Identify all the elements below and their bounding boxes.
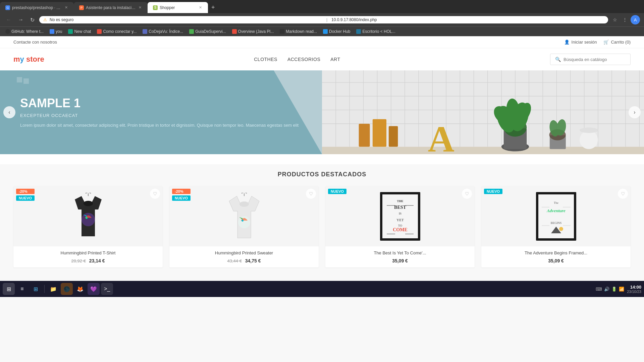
top-bar-actions: 👤 Iniciar sesión 🛒 Carrito (0) [564, 40, 631, 45]
reload-button[interactable]: ↻ [28, 15, 37, 24]
bookmark-codejavu-label: CoDejaVu: Índice... [149, 29, 183, 34]
tab2-close[interactable]: ✕ [138, 5, 142, 10]
product-name-1: Hummingbird Printed T-Shirt [19, 250, 157, 255]
bookmark-overview[interactable]: Overview (Java Pl... [229, 28, 277, 35]
slide-decoration-icon [17, 77, 30, 92]
nav-clothes[interactable]: CLOTHES [254, 57, 277, 62]
back-button[interactable]: ← [4, 15, 13, 24]
badge-discount-2: -20% [172, 189, 191, 194]
bookmark-github-label: GitHub: Where t... [11, 29, 44, 34]
search-bar[interactable]: 🔍 [550, 54, 631, 65]
nav-accesorios[interactable]: ACCESORIOS [287, 57, 320, 62]
tab3-favicon: S [153, 5, 158, 10]
search-input[interactable] [564, 57, 626, 62]
forward-button[interactable]: → [16, 15, 25, 24]
bookmark-you-label: you [56, 29, 62, 34]
cart-icon: 🛒 [603, 40, 609, 45]
product-card-4: NUEVO ♡ The Adventure BEGINS [481, 186, 631, 267]
site-logo[interactable]: my store [13, 55, 44, 64]
security-text: No es seguro [50, 17, 322, 22]
product-image-2: -20% NUEVO ♡ [169, 186, 319, 246]
svg-rect-33 [373, 119, 386, 147]
url-separator: | [326, 17, 327, 22]
tab3-close[interactable]: ✕ [198, 5, 203, 10]
taskbar: ⊞ ≡ ⊞ 📁 🌑 🦊 💜 >_ ⌨ 🔊 🔋 📶 14:00 23/10/23 [0, 281, 644, 297]
taskbar-separator-1 [44, 285, 45, 293]
bookmark-como[interactable]: Como conectar y... [94, 28, 139, 35]
slider-next-button[interactable]: › [629, 106, 641, 118]
svg-rect-34 [389, 126, 398, 147]
wishlist-btn-4[interactable]: ♡ [618, 189, 628, 199]
svg-point-51 [84, 201, 93, 206]
top-bar: Contacte con nosotros 👤 Iniciar sesión 🛒… [0, 36, 644, 48]
product-badges-2: -20% NUEVO [172, 189, 191, 201]
price-single-3: 35,09 € [392, 258, 408, 263]
taskbar-php-icon[interactable]: 💜 [88, 283, 100, 295]
wishlist-btn-3[interactable]: ♡ [462, 189, 472, 199]
bookmark-escritorio[interactable]: Escritorio < HOL... [354, 28, 398, 35]
product-card-2: -20% NUEVO ♡ [169, 186, 319, 267]
browser-tab-1[interactable]: G prestashop/prestashop · D... ✕ [0, 2, 74, 13]
security-icon: ⚠ [43, 17, 47, 22]
cart-label: Carrito (0) [611, 40, 631, 45]
taskbar-time-display: 14:00 [627, 285, 641, 290]
bookmark-overview-label: Overview (Java Pl... [238, 29, 274, 34]
login-button[interactable]: 👤 Iniciar sesión [564, 40, 597, 45]
bookmark-github[interactable]: GitHub: Where t... [3, 28, 46, 35]
taskbar-terminal-icon[interactable]: >_ [101, 283, 113, 295]
taskbar-search-icon[interactable]: ≡ [16, 283, 28, 295]
svg-point-53 [86, 217, 88, 219]
you-icon [50, 29, 54, 34]
badge-new-1: NUEVO [16, 195, 35, 201]
tab1-close[interactable]: ✕ [64, 5, 68, 10]
wishlist-btn-1[interactable]: ♡ [150, 189, 160, 199]
product-price-1: 28,92 € 23,14 € [19, 258, 157, 263]
contact-text: Contacte con nosotros [13, 40, 57, 45]
product-image-1: -20% NUEVO ♡ [13, 186, 163, 246]
docker-icon [323, 29, 328, 34]
svg-point-57 [238, 216, 250, 228]
svg-rect-32 [359, 124, 370, 147]
wishlist-btn-2[interactable]: ♡ [306, 189, 316, 199]
product-badges-1: -20% NUEVO [16, 189, 35, 201]
bookmark-codejavu[interactable]: CoDejaVu: Índice... [140, 28, 186, 35]
svg-rect-0 [17, 77, 22, 82]
browser-tab-2[interactable]: P Asistente para la instalación... ✕ [74, 2, 148, 13]
product-info-2: Hummingbird Printed Sweater 43,44 € 34,7… [169, 246, 319, 267]
taskbar-browser-icon[interactable]: 🌑 [61, 283, 73, 295]
slider-prev-button[interactable]: ‹ [3, 106, 15, 118]
new-tab-button[interactable]: + [208, 2, 218, 13]
product-badges-3: NUEVO [328, 189, 346, 194]
browser-toolbar: ← → ↻ ⚠ No es seguro | 10.0.9.17:8080/in… [0, 13, 644, 26]
section-title: PRODUCTOS DESTACADOS [13, 171, 631, 178]
profile-avatar[interactable]: A [631, 15, 640, 24]
price-old-1: 28,92 € [71, 258, 86, 263]
bookmark-docker[interactable]: Docker Hub [320, 28, 353, 35]
svg-point-52 [82, 213, 95, 226]
bookmark-newchat[interactable]: New chat [65, 28, 94, 35]
nav-art[interactable]: ART [330, 57, 340, 62]
bookmark-star[interactable]: ☆ [611, 15, 619, 24]
taskbar-start-icon[interactable]: ⊞ [3, 283, 15, 295]
product-price-3: 35,09 € [331, 258, 469, 263]
address-bar[interactable]: ⚠ No es seguro | 10.0.9.17:8080/index.ph… [39, 16, 608, 23]
taskbar-files-icon[interactable]: 📁 [47, 283, 59, 295]
browser-tab-3[interactable]: S Shopper ✕ [148, 2, 208, 13]
bookmark-guia[interactable]: GuiaDeSupervi... [186, 28, 228, 35]
browser-menu[interactable]: ⋮ [621, 15, 629, 24]
browser-chrome: G prestashop/prestashop · D... ✕ P Asist… [0, 0, 644, 36]
product-price-2: 43,44 € 34,75 € [175, 258, 313, 263]
bookmark-you[interactable]: you [47, 28, 65, 35]
taskbar-firefox-icon[interactable]: 🦊 [74, 283, 86, 295]
product-badges-4: NUEVO [484, 189, 502, 194]
svg-text:YET: YET [396, 218, 404, 222]
browser-actions: ☆ ⋮ A [611, 15, 640, 24]
como-icon [97, 29, 102, 34]
cart-button[interactable]: 🛒 Carrito (0) [603, 40, 631, 45]
taskbar-task-icon[interactable]: ⊞ [30, 283, 42, 295]
svg-text:BEGINS: BEGINS [550, 221, 561, 225]
bookmark-guia-label: GuiaDeSupervi... [195, 29, 226, 34]
bookmark-markdown[interactable]: Markdown read... [277, 28, 320, 35]
taskbar-clock: 14:00 23/10/23 [627, 285, 641, 294]
battery-icon: 🔋 [611, 287, 617, 292]
